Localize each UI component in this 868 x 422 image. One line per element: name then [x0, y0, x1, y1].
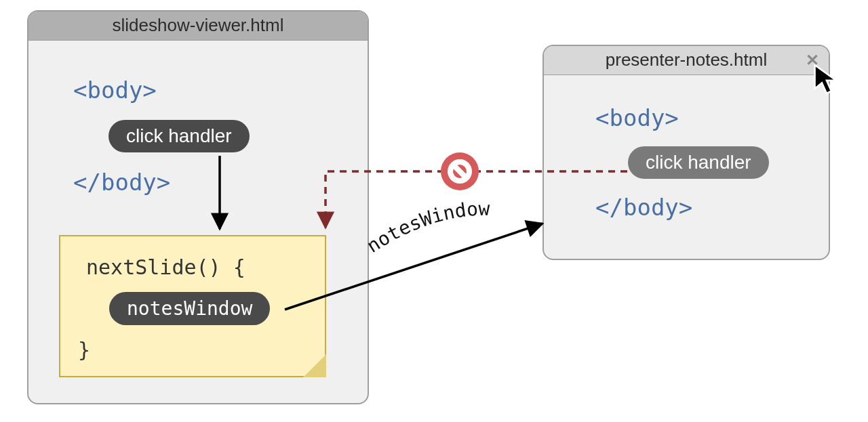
svg-line-2 [452, 163, 468, 180]
svg-point-0 [441, 152, 479, 190]
body-close-tag-left: </body> [73, 169, 170, 196]
body-open-tag-left: <body> [73, 77, 157, 104]
sticky-note: nextSlide() { notesWindow } [59, 235, 326, 377]
slideshow-viewer-window: slideshow-viewer.html <body> click handl… [27, 10, 369, 404]
body-close-tag-right: </body> [595, 194, 692, 221]
svg-point-1 [450, 162, 469, 181]
noteswindow-arrow-label: notesWindow [363, 198, 490, 257]
fn-open-code: nextSlide() { [86, 255, 245, 279]
no-entry-icon [441, 152, 479, 190]
mouse-cursor-icon [812, 62, 841, 96]
noteswindow-pill: notesWindow [109, 292, 270, 325]
presenter-notes-titlebar: presenter-notes.html ✕ [544, 46, 829, 75]
slideshow-viewer-title: slideshow-viewer.html [113, 15, 284, 35]
slideshow-viewer-titlebar: slideshow-viewer.html [28, 12, 368, 41]
presenter-notes-window: presenter-notes.html ✕ <body> click hand… [542, 45, 830, 260]
fn-close-code: } [78, 338, 90, 362]
presenter-notes-title: presenter-notes.html [606, 49, 767, 70]
body-open-tag-right: <body> [595, 104, 679, 131]
click-handler-pill-left: click handler [108, 120, 250, 152]
click-handler-pill-right: click handler [628, 146, 769, 179]
